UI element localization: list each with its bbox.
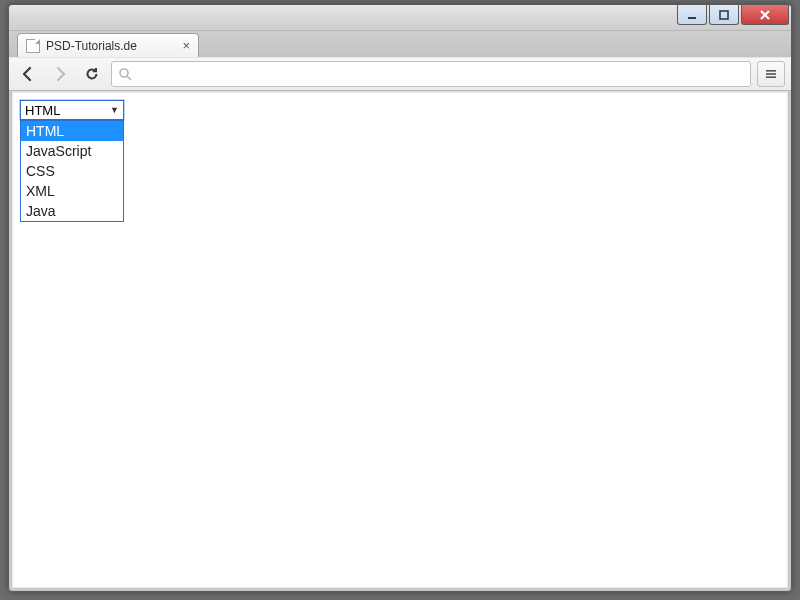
close-button[interactable] xyxy=(741,5,789,25)
select-option[interactable]: Java xyxy=(21,201,123,221)
select-options-panel: HTML JavaScript CSS XML Java xyxy=(20,120,124,222)
select-option[interactable]: XML xyxy=(21,181,123,201)
back-button[interactable] xyxy=(15,61,41,87)
window-titlebar xyxy=(9,5,791,31)
browser-toolbar xyxy=(9,57,791,91)
svg-rect-4 xyxy=(766,70,776,72)
page-content: HTML ▼ HTML JavaScript CSS XML Java xyxy=(12,91,788,588)
language-select[interactable]: HTML ▼ xyxy=(20,100,124,120)
browser-tab[interactable]: PSD-Tutorials.de × xyxy=(17,33,199,57)
menu-button[interactable] xyxy=(757,61,785,87)
select-option[interactable]: HTML xyxy=(21,121,123,141)
tab-strip: PSD-Tutorials.de × xyxy=(9,31,791,57)
svg-rect-6 xyxy=(766,76,776,78)
tab-title: PSD-Tutorials.de xyxy=(46,39,176,53)
hamburger-icon xyxy=(764,67,778,81)
maximize-button[interactable] xyxy=(709,5,739,25)
minimize-button[interactable] xyxy=(677,5,707,25)
select-value: HTML xyxy=(25,103,110,118)
page-icon xyxy=(26,39,40,53)
reload-button[interactable] xyxy=(79,61,105,87)
search-icon xyxy=(118,67,132,81)
svg-line-3 xyxy=(127,76,131,80)
svg-rect-1 xyxy=(720,11,728,19)
browser-window: PSD-Tutorials.de × HTML ▼ HTML JavaScrip… xyxy=(8,4,792,592)
window-controls xyxy=(677,5,791,25)
svg-rect-5 xyxy=(766,73,776,75)
address-bar[interactable] xyxy=(111,61,751,87)
forward-button[interactable] xyxy=(47,61,73,87)
tab-close-icon[interactable]: × xyxy=(182,39,190,52)
svg-rect-0 xyxy=(688,17,696,19)
svg-point-2 xyxy=(120,69,128,77)
chevron-down-icon: ▼ xyxy=(110,105,119,115)
select-option[interactable]: CSS xyxy=(21,161,123,181)
select-option[interactable]: JavaScript xyxy=(21,141,123,161)
